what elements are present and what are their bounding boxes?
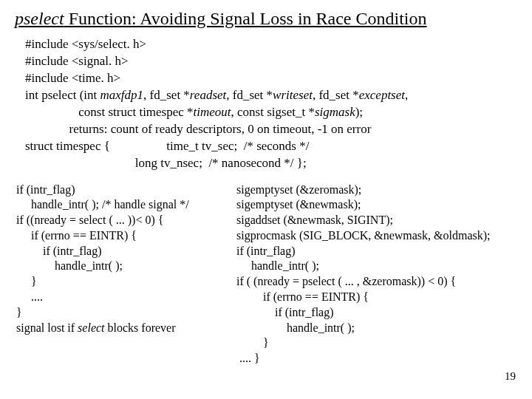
decl-line-3: #include <time. h>	[25, 71, 120, 85]
right-l10: handle_intr( );	[236, 321, 355, 334]
decl-line-4c: , fd_set *	[143, 88, 190, 102]
right-l3: sigaddset (&newmask, SIGINT);	[236, 214, 393, 226]
left-l10c: blocks forever	[105, 321, 176, 334]
right-l7: if ( (nready = pselect ( ... , &zeromask…	[236, 275, 456, 287]
right-l2: sigemptyset (&newmask);	[236, 198, 361, 211]
left-l3: if ((nready = select ( ... ))< 0) {	[16, 214, 163, 226]
decl-line-4e: , fd_set *	[226, 88, 273, 102]
left-l2: handle_intr( ); /* handle signal */	[16, 198, 189, 211]
title-function-name: pselect	[15, 9, 64, 28]
right-l6: handle_intr( );	[236, 259, 319, 272]
left-l1: if (intr_flag)	[16, 183, 75, 196]
right-l1: sigemptyset (&zeromask);	[236, 183, 361, 196]
left-code-block: if (intr_flag) handle_intr( ); /* handle…	[16, 183, 231, 367]
decl-line-1: #include <sys/select. h>	[25, 37, 146, 51]
decl-line-6: returns: count of ready descriptors, 0 o…	[25, 122, 371, 136]
right-l8: if (errno == EINTR) {	[236, 290, 369, 303]
code-columns: if (intr_flag) handle_intr( ); /* handle…	[15, 183, 517, 367]
page-number: 19	[505, 370, 516, 383]
left-l4: if (errno == EINTR) {	[16, 229, 137, 242]
right-l4: sigprocmask (SIG_BLOCK, &newmask, &oldma…	[236, 229, 491, 242]
decl-line-7: struct timespec { time_t tv_sec; /* seco…	[25, 139, 309, 153]
decl-param-sigmask: sigmask	[315, 105, 355, 119]
left-l5: if (intr_flag)	[16, 245, 102, 257]
left-l9: }	[16, 306, 22, 318]
left-l10a: signal lost if	[16, 321, 78, 334]
decl-param-writeset: writeset	[273, 88, 313, 102]
right-l12: .... }	[236, 352, 260, 364]
decl-line-8: long tv_nsec; /* nanosecond */ };	[25, 156, 307, 170]
title-rest: Function: Avoiding Signal Loss in Race C…	[64, 9, 427, 28]
decl-line-5c: , const sigset_t *	[231, 105, 315, 119]
decl-line-4g: , fd_set *	[313, 88, 359, 102]
decl-param-readset: readset	[190, 88, 226, 102]
left-l10b: select	[78, 321, 104, 334]
left-l7: }	[16, 275, 37, 287]
decl-param-timeout: timeout	[194, 105, 231, 119]
right-code-block: sigemptyset (&zeromask); sigemptyset (&n…	[236, 183, 517, 367]
decl-line-4a: int pselect (int	[25, 88, 100, 102]
left-l8: ....	[16, 290, 43, 303]
decl-line-5e: );	[355, 105, 363, 119]
decl-param-maxfdp1: maxfdp1	[100, 88, 144, 102]
decl-line-4i: ,	[405, 88, 408, 102]
decl-line-2: #include <signal. h>	[25, 54, 129, 68]
right-l9: if (intr_flag)	[236, 306, 334, 318]
right-l5: if (intr_flag)	[236, 245, 296, 257]
declaration-block: #include <sys/select. h> #include <signa…	[25, 36, 517, 172]
left-l6: handle_intr( );	[16, 259, 123, 272]
decl-line-5a: const struct timespec *	[25, 105, 194, 119]
slide-title: pselect Function: Avoiding Signal Loss i…	[15, 9, 517, 29]
right-l11: }	[236, 336, 269, 349]
decl-param-exceptset: exceptset	[359, 88, 405, 102]
